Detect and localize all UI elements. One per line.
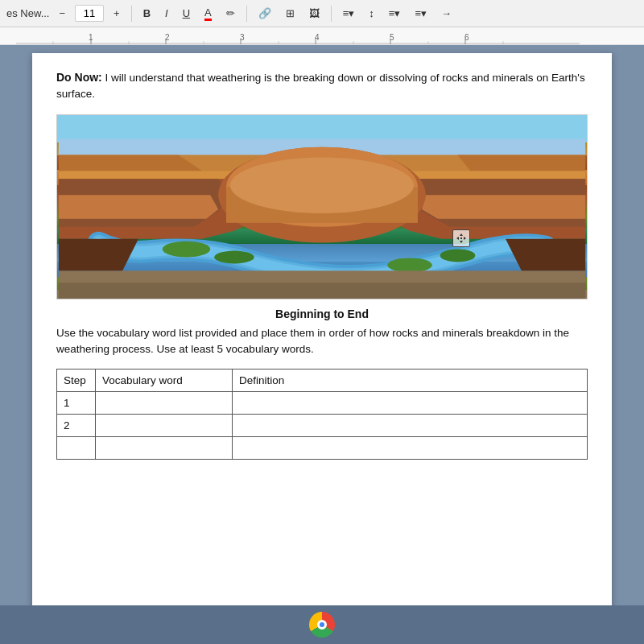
align-left-button[interactable]: ≡▾ [338,5,360,22]
table-row: 1 [57,392,588,415]
align-left-icon: ≡▾ [343,7,355,19]
def-cell-1[interactable] [233,392,588,415]
svg-marker-49 [456,237,459,240]
ruler-inner: // rendered via SVG inline 1 2 3 4 5 6 [16,27,628,44]
document-area: Do Now: I will understand that weatherin… [0,45,644,605]
separator-1 [131,6,132,22]
plus-font-size-button[interactable]: + [109,5,125,22]
bullet-list-icon: ≡▾ [415,7,427,19]
table-header-row: Step Vocabulary word Definition [57,369,588,392]
col-header-definition: Definition [233,369,588,392]
font-name-display: es New... [6,7,49,19]
table-row [57,437,588,460]
move-cursor-icon[interactable] [452,229,470,247]
canyon-image [56,114,588,299]
separator-3 [331,6,332,22]
bold-button[interactable]: B [138,5,155,22]
svg-point-42 [440,249,476,262]
col-header-vocab: Vocabulary word [96,369,233,392]
line-spacing-icon: ↕ [369,7,374,19]
table-row: 2 [57,415,588,437]
line-spacing-button[interactable]: ↕ [364,5,379,22]
chrome-icon[interactable] [309,612,335,638]
svg-rect-44 [59,283,585,299]
toolbar: es New... − + B I U A ✏ 🔗 ⊞ 🖼 ≡▾ ↕ ≡▾ ≡▾… [0,0,644,27]
ruler-svg: // rendered via SVG inline 1 2 3 4 5 6 [16,27,628,44]
minus-font-size-button[interactable]: − [54,5,70,22]
link-icon: 🔗 [258,7,271,19]
link-button[interactable]: 🔗 [254,5,276,22]
section-title: Beginning to End [56,308,588,320]
svg-marker-48 [460,241,463,243]
document-page: Do Now: I will understand that weatherin… [32,53,612,605]
do-now-section: Do Now: I will understand that weatherin… [56,69,588,103]
ruler: // rendered via SVG inline 1 2 3 4 5 6 [0,27,644,45]
highlight-button[interactable]: ✏ [221,5,240,22]
svg-point-40 [214,250,254,263]
svg-point-38 [230,157,414,213]
bullet-list-button[interactable]: ≡▾ [410,5,431,22]
underline-button[interactable]: U [178,5,195,22]
vocabulary-table: Step Vocabulary word Definition 1 2 [56,369,588,460]
table-icon: ⊞ [286,7,295,19]
image-icon: 🖼 [309,7,320,19]
font-size-input[interactable] [75,5,104,22]
table-button[interactable]: ⊞ [281,5,299,22]
section-description: Use the vocabulary word list provided an… [56,325,588,358]
svg-point-41 [387,258,432,272]
step-cell-3 [57,437,96,460]
ordered-list-button[interactable]: ≡▾ [384,5,406,22]
svg-marker-31 [59,195,218,219]
step-cell-1: 1 [57,392,96,415]
canyon-svg [57,115,587,299]
svg-marker-50 [464,237,466,240]
vocab-cell-1[interactable] [96,392,233,415]
indent-icon: → [441,7,452,19]
svg-marker-34 [422,195,585,219]
italic-button[interactable]: I [160,5,173,22]
ordered-list-icon: ≡▾ [389,7,401,19]
svg-point-39 [163,241,210,257]
font-color-label: A [204,6,212,21]
svg-marker-47 [460,233,463,236]
def-cell-3[interactable] [233,437,588,460]
def-cell-2[interactable] [233,415,588,437]
highlight-icon: ✏ [226,7,235,19]
step-cell-2: 2 [57,415,96,437]
svg-marker-46 [506,238,585,270]
vocab-cell-2[interactable] [96,415,233,437]
indent-button[interactable]: → [436,5,456,22]
col-header-step: Step [57,369,96,392]
separator-2 [246,6,247,22]
image-button[interactable]: 🖼 [304,5,324,22]
svg-rect-51 [460,237,462,239]
taskbar [0,605,644,644]
chrome-center-dot [317,620,327,630]
svg-marker-45 [59,238,138,270]
do-now-label: Do Now: [56,71,102,84]
font-color-button[interactable]: A [200,4,217,23]
do-now-text: I will understand that weathering is the… [56,72,585,100]
vocab-cell-3[interactable] [96,437,233,460]
